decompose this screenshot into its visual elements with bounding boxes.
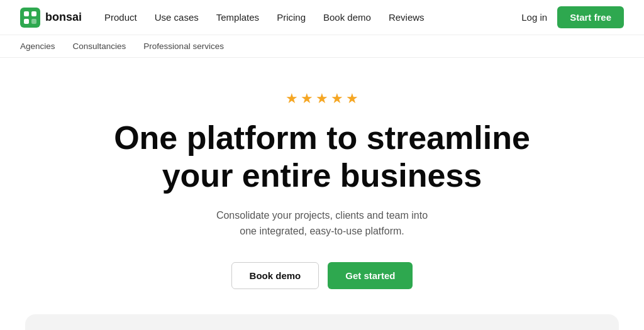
star-rating: ★ ★ ★ ★ ★ xyxy=(286,91,358,107)
nav-right: Log in Start free xyxy=(521,6,624,28)
hero-section: ★ ★ ★ ★ ★ One platform to streamline you… xyxy=(0,58,644,314)
nav-book-demo[interactable]: Book demo xyxy=(323,12,371,23)
get-started-button[interactable]: Get started xyxy=(328,262,413,289)
nav-use-cases[interactable]: Use cases xyxy=(155,12,199,23)
svg-rect-4 xyxy=(31,19,36,24)
navbar: bonsai Product Use cases Templates Prici… xyxy=(0,0,644,35)
svg-rect-3 xyxy=(31,11,36,16)
hero-subtitle: Consolidate your projects, clients and t… xyxy=(209,207,435,239)
logo-text: bonsai xyxy=(45,11,82,24)
svg-rect-1 xyxy=(24,11,29,16)
svg-rect-2 xyxy=(24,19,29,24)
star-3: ★ xyxy=(316,91,328,107)
hero-buttons: Book demo Get started xyxy=(231,262,413,289)
login-button[interactable]: Log in xyxy=(521,12,547,23)
star-1: ★ xyxy=(286,91,298,107)
dashboard-preview: Client Management Project Management Fin… xyxy=(25,314,619,330)
subnav-agencies[interactable]: Agencies xyxy=(20,41,55,51)
hero-title: One platform to streamline your entire b… xyxy=(108,119,536,195)
star-5: ★ xyxy=(346,91,358,107)
bonsai-logo-icon xyxy=(20,8,40,28)
nav-templates[interactable]: Templates xyxy=(216,12,259,23)
nav-product[interactable]: Product xyxy=(104,12,137,23)
star-4: ★ xyxy=(331,91,343,107)
nav-links: Product Use cases Templates Pricing Book… xyxy=(104,12,521,23)
svg-rect-0 xyxy=(20,8,40,28)
subnav-professional-services[interactable]: Professional services xyxy=(143,41,224,51)
subnav-consultancies[interactable]: Consultancies xyxy=(73,41,126,51)
logo-area: bonsai xyxy=(20,8,82,28)
nav-pricing[interactable]: Pricing xyxy=(277,12,306,23)
start-free-button[interactable]: Start free xyxy=(557,6,624,28)
subnav: Agencies Consultancies Professional serv… xyxy=(0,35,644,58)
nav-reviews[interactable]: Reviews xyxy=(389,12,425,23)
star-2: ★ xyxy=(301,91,313,107)
book-demo-button[interactable]: Book demo xyxy=(231,262,319,289)
